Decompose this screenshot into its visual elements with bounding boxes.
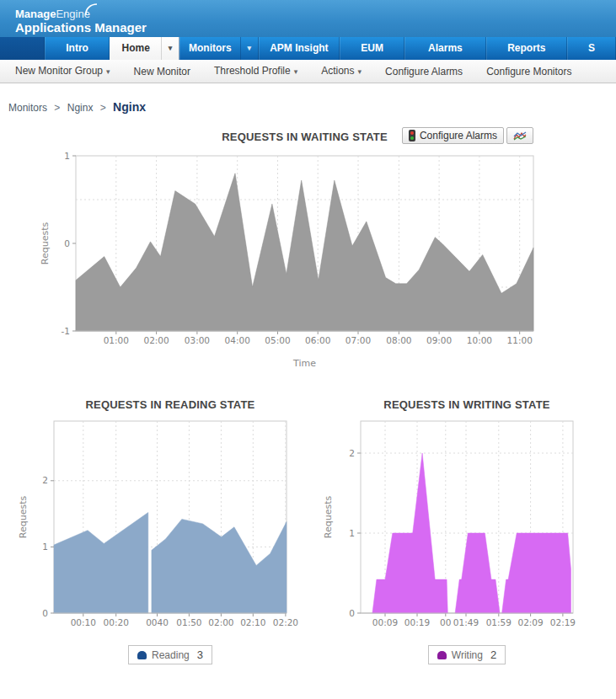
svg-text:07:00: 07:00 <box>345 335 371 345</box>
mini-chart-icon <box>513 131 527 141</box>
waiting-area-chart: 01:0002:0003:0004:0005:0006:0007:0008:00… <box>37 149 546 375</box>
svg-text:1: 1 <box>349 528 355 538</box>
breadcrumb: Monitors > Nginx > Nginx <box>8 100 616 114</box>
svg-text:0: 0 <box>349 608 355 618</box>
page-title: Nginx <box>113 100 146 114</box>
action-toolbar: New Monitor Group▾ New Monitor Threshold… <box>0 60 616 83</box>
breadcrumb-separator: > <box>100 102 106 114</box>
svg-text:02:19: 02:19 <box>550 617 576 627</box>
svg-text:00:09: 00:09 <box>372 617 398 627</box>
svg-text:11:00: 11:00 <box>507 335 533 345</box>
tab-home[interactable]: Home ▾ <box>110 37 179 60</box>
tab-intro[interactable]: Intro <box>45 37 110 60</box>
svg-text:01:49: 01:49 <box>453 617 479 627</box>
tab-monitors[interactable]: Monitors ▾ <box>179 37 259 60</box>
new-monitor-link[interactable]: New Monitor <box>122 61 202 83</box>
nav-left-spacer <box>0 37 45 60</box>
breadcrumb-nginx[interactable]: Nginx <box>67 102 94 114</box>
chevron-down-icon: ▾ <box>294 67 298 76</box>
writing-legend: Writing 2 <box>428 645 506 664</box>
svg-text:0040: 0040 <box>146 617 169 627</box>
svg-text:02:20: 02:20 <box>273 617 298 627</box>
reading-chart-title: REQUESTS IN READING STATE <box>54 398 287 411</box>
svg-text:10:00: 10:00 <box>467 335 492 345</box>
svg-text:02:10: 02:10 <box>240 617 265 627</box>
chart-view-button[interactable] <box>506 127 533 144</box>
svg-text:04:00: 04:00 <box>225 335 250 345</box>
svg-text:02:00: 02:00 <box>208 617 233 627</box>
svg-text:00: 00 <box>440 617 451 627</box>
tab-apm-insight[interactable]: APM Insight <box>259 37 340 60</box>
writing-legend-marker-icon <box>437 651 447 659</box>
chevron-down-icon: ▾ <box>106 67 110 76</box>
reading-area-chart: 00:1000:20004001:5002:0002:1002:20012Req… <box>15 413 298 642</box>
breadcrumb-monitors[interactable]: Monitors <box>8 102 47 114</box>
svg-text:1: 1 <box>64 151 70 161</box>
logo-swoosh-icon <box>85 3 99 15</box>
svg-text:06:00: 06:00 <box>305 335 330 345</box>
threshold-profile-menu[interactable]: Threshold Profile▾ <box>202 60 309 83</box>
waiting-chart-section: REQUESTS IN WAITING STATE Configure Alar… <box>37 127 546 375</box>
tab-reports[interactable]: Reports <box>486 37 567 60</box>
svg-text:2: 2 <box>42 475 48 485</box>
writing-chart-title: REQUESTS IN WRITING STATE <box>361 398 573 411</box>
configure-alarms-link[interactable]: Configure Alarms <box>373 61 474 83</box>
svg-text:03:00: 03:00 <box>185 335 210 345</box>
new-monitor-group-menu[interactable]: New Monitor Group▾ <box>3 60 122 83</box>
actions-menu[interactable]: Actions▾ <box>309 60 373 83</box>
svg-text:Time: Time <box>292 358 316 369</box>
svg-text:01:59: 01:59 <box>486 617 512 627</box>
svg-text:1: 1 <box>42 542 48 552</box>
reading-chart-section: REQUESTS IN READING STATE 00:1000:200040… <box>15 398 298 664</box>
tab-partial[interactable]: S <box>567 37 616 60</box>
configure-monitors-link[interactable]: Configure Monitors <box>474 61 583 83</box>
reading-legend-marker-icon <box>137 651 147 659</box>
svg-text:01:50: 01:50 <box>176 617 201 627</box>
svg-text:00:19: 00:19 <box>404 617 430 627</box>
svg-text:05:00: 05:00 <box>265 335 290 345</box>
svg-text:02:09: 02:09 <box>517 617 543 627</box>
breadcrumb-separator: > <box>54 102 60 114</box>
svg-text:08:00: 08:00 <box>386 335 411 345</box>
svg-text:-1: -1 <box>62 326 70 336</box>
traffic-light-icon <box>409 130 415 141</box>
svg-text:01:00: 01:00 <box>104 335 129 345</box>
logo: ManageEngine <box>15 3 616 20</box>
svg-text:Requests: Requests <box>323 496 334 539</box>
logo-product-name: Applications Manager <box>15 20 616 35</box>
logo-manage: Manage <box>15 8 56 20</box>
writing-area-chart: 00:0900:190001:4901:5902:0902:19012Reque… <box>320 413 587 642</box>
chevron-down-icon[interactable]: ▾ <box>161 37 179 60</box>
main-nav: Intro Home ▾ Monitors ▾ APM Insight EUM … <box>0 37 616 60</box>
svg-text:Requests: Requests <box>18 496 29 539</box>
svg-text:00:10: 00:10 <box>71 617 96 627</box>
tab-alarms[interactable]: Alarms <box>404 37 485 60</box>
reading-legend: Reading 3 <box>128 645 212 664</box>
svg-text:0: 0 <box>42 608 48 618</box>
app-header: ManageEngine Applications Manager <box>0 0 616 37</box>
svg-text:0: 0 <box>64 238 70 248</box>
configure-alarms-button[interactable]: Configure Alarms <box>402 127 504 144</box>
svg-text:2: 2 <box>349 448 355 458</box>
svg-text:02:00: 02:00 <box>143 335 169 345</box>
tab-eum[interactable]: EUM <box>340 37 404 60</box>
svg-text:Requests: Requests <box>40 222 51 265</box>
svg-text:09:00: 09:00 <box>426 335 452 345</box>
svg-text:00:20: 00:20 <box>104 617 129 627</box>
chevron-down-icon[interactable]: ▾ <box>240 37 258 60</box>
writing-chart-section: REQUESTS IN WRITING STATE 00:0900:190001… <box>320 398 587 664</box>
chevron-down-icon: ▾ <box>358 67 362 76</box>
